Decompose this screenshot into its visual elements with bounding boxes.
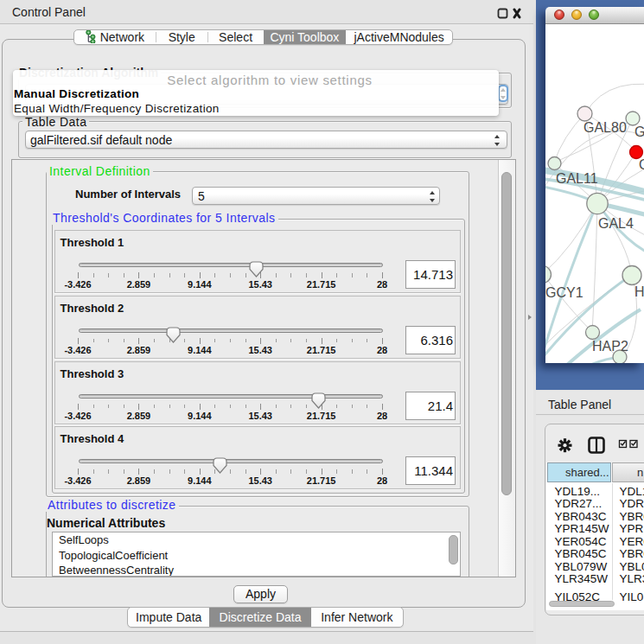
svg-text:GCY1: GCY1 [545,285,583,300]
svg-text:GAL11: GAL11 [556,171,598,186]
svg-text:GAL80: GAL80 [583,120,627,135]
svg-text:C: C [639,157,644,172]
svg-text:HAP2: HAP2 [592,339,628,354]
svg-text:H: H [634,284,644,299]
svg-text:GAL4: GAL4 [598,216,634,231]
svg-text:G.: G. [634,124,644,139]
